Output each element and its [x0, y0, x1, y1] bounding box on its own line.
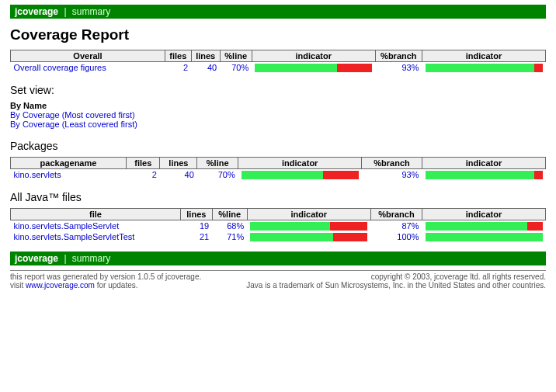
footer-visit-b: for updates.	[95, 281, 138, 290]
cell-pctbranch: 100%	[370, 231, 422, 242]
cell-lines: 21	[181, 231, 213, 242]
col-indicator-branch: indicator	[422, 158, 546, 169]
cell-files: 2	[127, 169, 160, 181]
col-files: files	[165, 50, 192, 62]
col-indicator-line: indicator	[238, 158, 362, 169]
indicator-branch	[426, 64, 543, 72]
cell-pctline: 71%	[212, 231, 247, 242]
col-indicator-branch: indicator	[422, 209, 546, 220]
footer-visit-a: visit	[10, 281, 26, 290]
brand: jcoverage	[15, 6, 58, 17]
table-row: kino.servlets24070%93%	[11, 169, 546, 181]
col-pctbranch: %branch	[375, 50, 422, 62]
packages-title: Packages	[10, 140, 546, 152]
cell-pctline: 70%	[220, 62, 252, 74]
breadcrumb: summary	[72, 6, 110, 17]
cell-lines: 40	[160, 169, 197, 181]
cell-files: 2	[165, 62, 192, 74]
cell-pctbranch: 93%	[362, 169, 422, 181]
table-row: kino.servlets.SampleServlet1968%87%	[11, 220, 546, 232]
cell-pctbranch: 87%	[370, 220, 422, 232]
col-packagename: packagename	[11, 158, 127, 169]
breadcrumb-separator: |	[64, 6, 66, 17]
col-lines: lines	[181, 209, 213, 220]
header-bar: jcoverage | summary	[10, 5, 546, 19]
indicator-branch	[426, 171, 543, 179]
cell-lines: 40	[191, 62, 220, 74]
cell-pctline: 70%	[197, 169, 238, 181]
brand: jcoverage	[15, 253, 58, 264]
files-title: All Java™ files	[10, 191, 546, 203]
cell-pctbranch: 93%	[375, 62, 422, 74]
indicator-branch	[426, 233, 543, 241]
footer: this report was generated by version 1.0…	[10, 272, 546, 290]
indicator-branch	[426, 222, 543, 231]
package-link[interactable]: kino.servlets	[14, 170, 61, 179]
packages-table: packagename files lines %line indicator …	[10, 157, 546, 180]
col-indicator-line: indicator	[247, 209, 370, 220]
file-link[interactable]: kino.servlets.SampleServletTest	[14, 232, 135, 241]
footer-copyright: copyright © 2003, jcoverage ltd. all rig…	[246, 272, 546, 281]
col-indicator-branch: indicator	[422, 50, 546, 62]
col-files: files	[127, 158, 160, 169]
col-pctline: %line	[197, 158, 238, 169]
col-pctline: %line	[220, 50, 252, 62]
col-pctbranch: %branch	[370, 209, 422, 220]
col-lines: lines	[160, 158, 197, 169]
indicator-line	[242, 171, 359, 179]
cell-lines: 19	[181, 220, 213, 232]
col-lines: lines	[191, 50, 220, 62]
breadcrumb-separator: |	[64, 253, 66, 264]
setview-least-link[interactable]: By Coverage (Least covered first)	[10, 120, 137, 129]
setview-byname: By Name	[10, 101, 546, 110]
col-overall: Overall	[11, 50, 165, 62]
overall-link[interactable]: Overall coverage figures	[14, 63, 106, 72]
page-title: Coverage Report	[10, 26, 546, 43]
indicator-line	[250, 233, 367, 241]
col-pctline: %line	[212, 209, 247, 220]
table-row: Overall coverage figures 2 40 70% 93%	[11, 62, 546, 74]
footer-bar: jcoverage | summary	[10, 252, 546, 265]
indicator-line	[255, 64, 372, 72]
table-row: kino.servlets.SampleServletTest2171%100%	[11, 231, 546, 242]
footer-site-link[interactable]: www.jcoverage.com	[26, 281, 95, 290]
col-file: file	[11, 209, 181, 220]
breadcrumb: summary	[72, 253, 110, 264]
footer-trademark: Java is a trademark of Sun Microsystems,…	[246, 281, 546, 290]
setview-most-link[interactable]: By Coverage (Most covered first)	[10, 110, 135, 120]
setview-title: Set view:	[10, 84, 546, 96]
col-indicator-line: indicator	[252, 50, 375, 62]
indicator-line	[250, 222, 367, 231]
footer-generated: this report was generated by version 1.0…	[10, 272, 201, 281]
file-link[interactable]: kino.servlets.SampleServlet	[14, 221, 120, 231]
col-pctbranch: %branch	[362, 158, 422, 169]
overall-table: Overall files lines %line indicator %bra…	[10, 50, 546, 73]
files-table: file lines %line indicator %branch indic…	[10, 208, 546, 242]
cell-pctline: 68%	[212, 220, 247, 232]
